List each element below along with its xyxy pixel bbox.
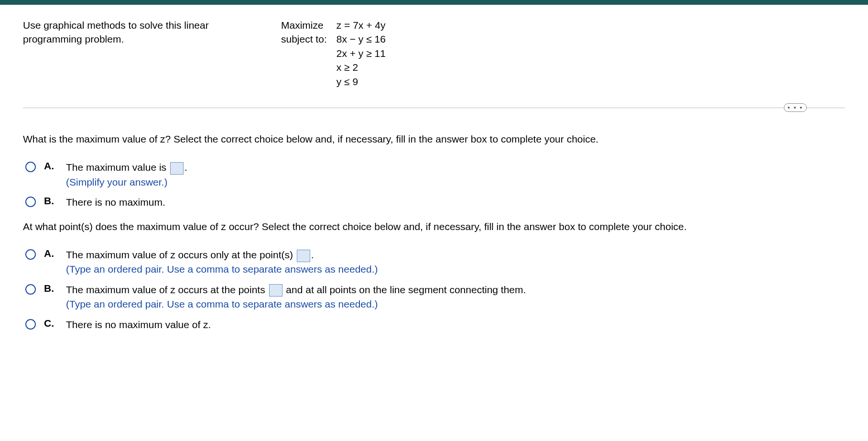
- q1-a-input[interactable]: [170, 162, 184, 175]
- q2-b-letter: B.: [44, 283, 56, 294]
- q2-c-body: There is no maximum value of z.: [66, 318, 211, 332]
- constraint-2: 2x + y ≥ 11: [336, 46, 386, 60]
- q1-a-body: The maximum value is . (Simplify your an…: [66, 160, 187, 189]
- q1-b-letter: B.: [44, 195, 56, 207]
- q2-b-post: and at all points on the line segment co…: [283, 284, 526, 295]
- q2-a-input[interactable]: [297, 250, 310, 262]
- q1-choice-b: B. There is no maximum.: [23, 195, 845, 209]
- q1-prompt: What is the maximum value of z? Select t…: [23, 132, 845, 146]
- q2-radio-b[interactable]: [25, 284, 36, 295]
- lp-lines: z = 7x + 4y 8x − y ≤ 16 2x + y ≥ 11 x ≥ …: [336, 18, 386, 88]
- q2-a-post: .: [311, 249, 314, 260]
- q2-b-body: The maximum value of z occurs at the poi…: [66, 283, 526, 312]
- q2-c-letter: C.: [44, 318, 56, 329]
- q2-b-pre: The maximum value of z occurs at the poi…: [66, 284, 268, 295]
- problem-statement: Use graphical methods to solve this line…: [23, 18, 845, 88]
- constraint-3: x ≥ 2: [336, 60, 386, 74]
- lp-labels: Maximize subject to:: [281, 18, 327, 88]
- objective-function: z = 7x + 4y: [336, 18, 386, 32]
- constraint-4: y ≤ 9: [336, 75, 386, 88]
- q2-a-letter: A.: [44, 248, 56, 259]
- q1-radio-a[interactable]: [25, 162, 36, 172]
- q2-radio-a[interactable]: [25, 249, 36, 260]
- page-content: Use graphical methods to solve this line…: [0, 5, 868, 347]
- q1-a-pre: The maximum value is: [66, 162, 169, 173]
- more-icon: • • •: [788, 104, 803, 111]
- instruction-text: Use graphical methods to solve this line…: [23, 18, 252, 88]
- q1-a-hint: (Simplify your answer.): [66, 175, 187, 189]
- more-button[interactable]: • • •: [784, 103, 807, 112]
- q2-choice-c: C. There is no maximum value of z.: [23, 318, 845, 332]
- lp-definition: Maximize subject to: z = 7x + 4y 8x − y …: [281, 18, 386, 88]
- divider-line: [23, 108, 845, 108]
- q1-choice-a: A. The maximum value is . (Simplify your…: [23, 160, 845, 189]
- section-divider: • • •: [23, 108, 845, 108]
- q2-a-pre: The maximum value of z occurs only at th…: [66, 249, 296, 260]
- q2-radio-c[interactable]: [25, 319, 36, 330]
- q1-a-letter: A.: [44, 160, 56, 172]
- q2-choice-b: B. The maximum value of z occurs at the …: [23, 283, 845, 312]
- q2-prompt: At what point(s) does the maximum value …: [23, 220, 845, 233]
- constraint-1: 8x − y ≤ 16: [336, 32, 386, 46]
- q2-a-hint: (Type an ordered pair. Use a comma to se…: [66, 262, 378, 276]
- q1-a-post: .: [184, 162, 187, 173]
- q1-radio-b[interactable]: [25, 197, 36, 207]
- q2-b-hint: (Type an ordered pair. Use a comma to se…: [66, 297, 526, 311]
- q1-b-body: There is no maximum.: [66, 195, 165, 209]
- q2-a-body: The maximum value of z occurs only at th…: [66, 248, 378, 277]
- subject-to-label: subject to:: [281, 32, 327, 46]
- q2-b-input[interactable]: [269, 284, 282, 297]
- header-bar: [0, 0, 868, 5]
- q2-choice-a: A. The maximum value of z occurs only at…: [23, 248, 845, 277]
- maximize-label: Maximize: [281, 18, 327, 32]
